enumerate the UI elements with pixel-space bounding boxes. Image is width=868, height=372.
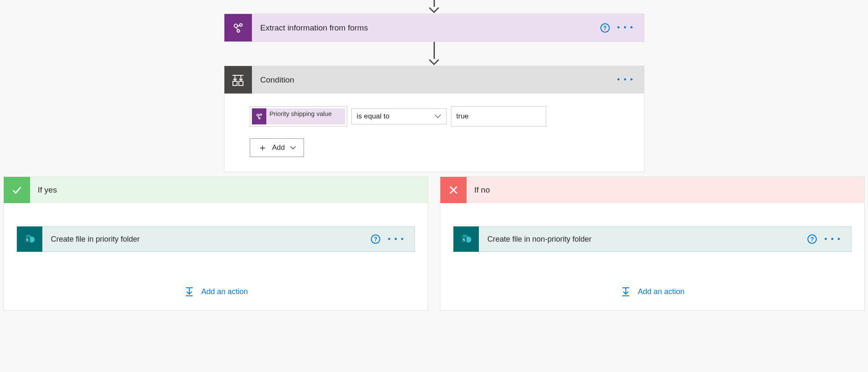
add-action-icon <box>183 286 195 298</box>
chevron-down-icon <box>434 112 441 121</box>
sharepoint-icon: S <box>17 226 42 252</box>
branch-title: If no <box>467 185 490 195</box>
more-menu-icon[interactable]: • • • <box>386 235 406 244</box>
operator-label: is equal to <box>357 112 390 121</box>
more-menu-icon[interactable]: • • • <box>823 235 843 244</box>
ai-builder-icon <box>224 14 252 41</box>
condition-right-operand[interactable]: true <box>451 106 546 127</box>
chevron-down-icon <box>290 143 296 152</box>
action-title: Create file in non-priority folder <box>479 235 807 244</box>
svg-point-0 <box>234 24 238 28</box>
svg-text:S: S <box>463 237 465 242</box>
condition-left-operand[interactable]: Priority shipping value <box>250 106 347 127</box>
plus-icon: ＋ <box>258 143 267 152</box>
close-icon <box>440 177 467 203</box>
arrow-connector <box>428 0 440 14</box>
svg-rect-9 <box>239 81 243 85</box>
right-operand-value: true <box>456 112 469 121</box>
step-title: Condition <box>252 75 616 85</box>
svg-point-1 <box>240 24 242 26</box>
add-action-button[interactable]: Add an action <box>183 286 248 298</box>
add-action-label: Add an action <box>201 287 248 296</box>
add-action-label: Add an action <box>638 287 684 296</box>
condition-header[interactable]: Condition • • • <box>224 66 644 94</box>
more-menu-icon[interactable]: • • • <box>616 23 636 32</box>
branch-title: If yes <box>30 185 57 195</box>
add-label: Add <box>272 143 285 152</box>
svg-text:S: S <box>26 237 29 242</box>
arrow-connector <box>428 42 440 66</box>
action-create-file-nonpriority[interactable]: S Create file in non-priority folder ? •… <box>453 226 851 252</box>
branch-yes-header: If yes <box>4 177 428 203</box>
branch-yes: If yes S Create file in priority folder <box>3 176 428 311</box>
add-action-button[interactable]: Add an action <box>620 286 684 298</box>
add-action-icon <box>620 286 632 298</box>
dynamic-content-token[interactable]: Priority shipping value <box>252 108 345 124</box>
step-title: Extract information from forms <box>252 23 600 33</box>
branch-no: If no S Create file in non-priority fold… <box>440 176 865 311</box>
add-condition-button[interactable]: ＋ Add <box>250 138 304 157</box>
svg-point-10 <box>257 114 259 116</box>
help-icon[interactable]: ? <box>600 23 610 33</box>
action-create-file-priority[interactable]: S Create file in priority folder ? • • • <box>17 226 415 252</box>
token-label: Priority shipping value <box>266 108 335 124</box>
ai-builder-icon <box>252 108 266 124</box>
more-menu-icon[interactable]: • • • <box>616 75 636 84</box>
svg-line-14 <box>258 116 259 118</box>
action-title: Create file in priority folder <box>42 235 371 244</box>
step-extract-information[interactable]: Extract information from forms ? • • • <box>224 14 644 42</box>
help-icon[interactable]: ? <box>807 234 817 244</box>
step-condition: Condition • • • <box>224 66 644 172</box>
svg-line-4 <box>236 28 238 30</box>
svg-point-11 <box>260 114 262 116</box>
condition-operator-select[interactable]: is equal to <box>351 108 447 124</box>
help-icon[interactable]: ? <box>371 234 380 244</box>
check-icon <box>4 177 30 203</box>
svg-rect-8 <box>233 81 237 85</box>
sharepoint-icon: S <box>453 226 479 252</box>
condition-icon <box>224 66 252 94</box>
branch-no-header: If no <box>440 177 864 203</box>
